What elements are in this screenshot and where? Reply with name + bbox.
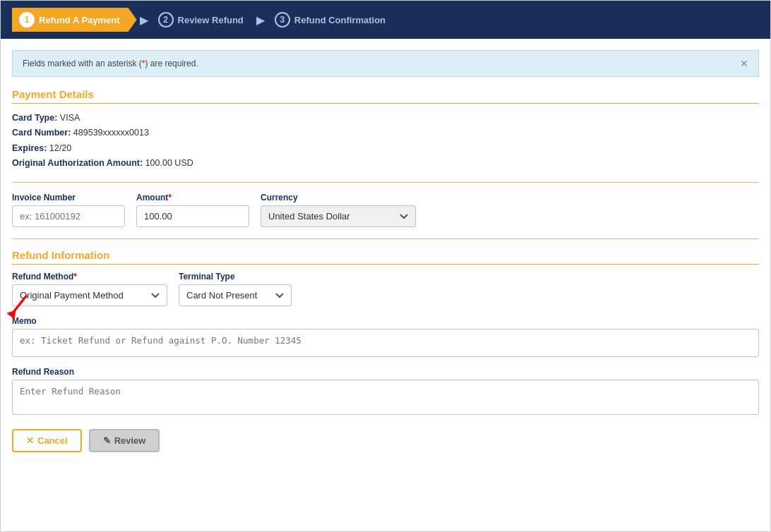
review-button[interactable]: ✎ Review (89, 429, 160, 452)
refund-reason-label: Refund Reason (12, 367, 759, 377)
step-1[interactable]: 1 Refund A Payment (12, 8, 137, 32)
step-2-label: Review Refund (178, 15, 244, 25)
red-arrow-annotation (4, 291, 35, 322)
review-icon: ✎ (103, 435, 111, 446)
step-arrow-1: ▶ (140, 13, 148, 27)
main-content: Payment Details Card Type: VISA Card Num… (1, 88, 770, 466)
cancel-label: Cancel (37, 435, 68, 446)
step-2[interactable]: 2 Review Refund (151, 8, 253, 32)
memo-group: Memo (12, 316, 759, 357)
card-type-row: Card Type: VISA (12, 111, 759, 126)
expires-value: 12/20 (49, 143, 71, 153)
refund-info-heading: Refund Information (12, 249, 759, 265)
divider-2 (12, 238, 759, 239)
stepper-bar: 1 Refund A Payment ▶ 2 Review Refund ▶ 3… (1, 1, 770, 39)
refund-reason-group: Refund Reason (12, 367, 759, 415)
divider-1 (12, 182, 759, 183)
step-3-label: Refund Confirmation (294, 15, 386, 25)
amount-label: Amount* (136, 193, 249, 202)
cancel-button[interactable]: ✕ Cancel (12, 429, 82, 452)
auth-amount-row: Original Authorization Amount: 100.00 US… (12, 156, 759, 171)
terminal-type-select[interactable]: Card Not Present Card Present (179, 284, 292, 306)
refund-reason-input[interactable] (12, 380, 759, 415)
invoice-amount-currency-row: Invoice Number Amount* Currency United S… (12, 193, 759, 227)
step-1-number: 1 (19, 12, 35, 28)
asterisk-symbol: * (142, 59, 145, 68)
step-1-label: Refund A Payment (39, 15, 120, 25)
refund-method-terminal-row: Refund Method* Original Payment Method C… (12, 272, 759, 306)
refund-method-group: Refund Method* Original Payment Method C… (12, 272, 167, 306)
refund-method-required-star: * (73, 272, 77, 282)
button-row: ✕ Cancel ✎ Review (12, 429, 759, 452)
step-arrow-2: ▶ (256, 13, 265, 27)
payment-details-section: Payment Details Card Type: VISA Card Num… (12, 88, 759, 171)
info-banner-close[interactable]: ✕ (740, 58, 748, 69)
invoice-number-label: Invoice Number (12, 193, 125, 202)
card-number-value: 489539xxxxxx0013 (73, 128, 149, 138)
amount-required-star: * (168, 193, 172, 202)
currency-select[interactable]: United States Dollar Euro British Pound (261, 205, 416, 227)
invoice-number-input[interactable] (12, 205, 125, 227)
auth-amount-label: Original Authorization Amount: (12, 158, 143, 168)
step-3[interactable]: 3 Refund Confirmation (268, 8, 395, 32)
expires-row: Expires: 12/20 (12, 141, 759, 156)
step-2-number: 2 (158, 12, 174, 28)
info-banner: Fields marked with an asterisk (*) are r… (12, 50, 759, 77)
card-type-value: VISA (60, 113, 80, 123)
info-banner-text: Fields marked with an asterisk (*) are r… (23, 59, 198, 68)
payment-details-heading: Payment Details (12, 88, 759, 104)
memo-label: Memo (12, 316, 759, 326)
card-number-row: Card Number: 489539xxxxxx0013 (12, 126, 759, 140)
payment-details-body: Card Type: VISA Card Number: 489539xxxxx… (12, 111, 759, 171)
card-type-label: Card Type: (12, 113, 57, 123)
review-label: Review (114, 435, 146, 446)
expires-label: Expires: (12, 143, 47, 153)
refund-method-label: Refund Method* (12, 272, 167, 282)
currency-group: Currency United States Dollar Euro Briti… (261, 193, 416, 227)
currency-label: Currency (261, 193, 416, 202)
terminal-type-label: Terminal Type (179, 272, 292, 282)
cancel-icon: ✕ (26, 435, 34, 446)
step-3-number: 3 (275, 12, 290, 28)
invoice-number-group: Invoice Number (12, 193, 125, 227)
auth-amount-value: 100.00 USD (145, 158, 193, 168)
card-number-label: Card Number: (12, 128, 71, 138)
svg-marker-1 (6, 310, 16, 319)
refund-method-select[interactable]: Original Payment Method Check Cash (12, 284, 167, 306)
amount-group: Amount* (136, 193, 249, 227)
terminal-type-group: Terminal Type Card Not Present Card Pres… (179, 272, 292, 306)
memo-input[interactable] (12, 329, 759, 357)
refund-info-section: Refund Information Refund Method* Origin… (12, 249, 759, 415)
amount-input[interactable] (136, 205, 249, 227)
